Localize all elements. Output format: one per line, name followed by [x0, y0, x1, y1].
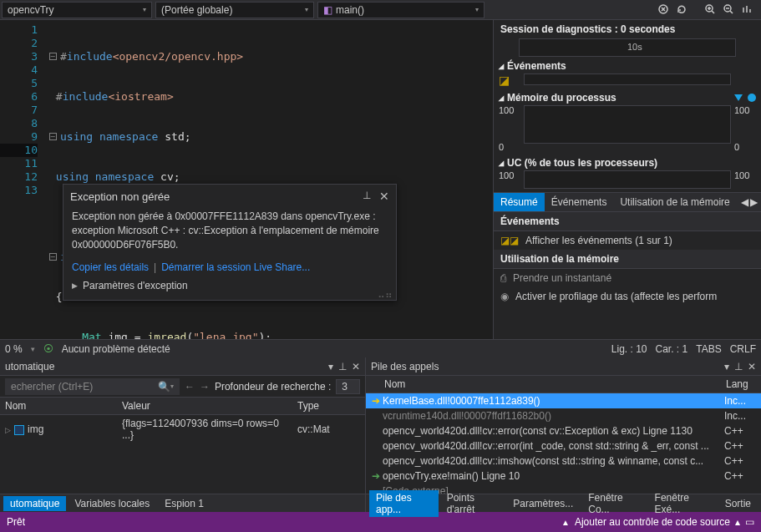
fold-icon[interactable]: [49, 253, 57, 261]
stack-frame[interactable]: ➔KernelBase.dll!00007ffe1112a839()Inc...: [366, 393, 761, 408]
context-function-label: main(): [336, 4, 364, 16]
chevron-down-icon[interactable]: ▾: [31, 345, 35, 353]
close-icon[interactable]: ✕: [352, 361, 360, 372]
pin-icon[interactable]: ⊥: [734, 361, 743, 372]
chevron-up-icon[interactable]: ▴: [735, 516, 740, 528]
pin-icon[interactable]: ⊥: [363, 190, 371, 203]
tab-autos[interactable]: utomatique: [3, 496, 66, 511]
close-icon[interactable]: ✕: [748, 361, 756, 372]
callstack-header: Nom Lang: [366, 376, 761, 393]
nav-fwd-icon[interactable]: →: [200, 381, 210, 393]
stack-frame[interactable]: opencv_world420d.dll!cv::error(const cv:…: [366, 423, 761, 438]
tab-events[interactable]: Événements: [545, 193, 614, 211]
close-icon[interactable]: ✕: [379, 190, 389, 203]
scroll-right-icon[interactable]: ▶: [750, 196, 758, 208]
tab-memory[interactable]: Utilisation de la mémoire: [613, 193, 736, 211]
copy-details-link[interactable]: Copier les détails: [72, 261, 149, 273]
tab-locals[interactable]: Variables locales: [68, 496, 156, 511]
table-row[interactable]: ▷img {flags=1124007936 dims=0 rows=0 ...…: [0, 415, 365, 443]
line-ending[interactable]: CRLF: [730, 343, 756, 355]
tab-window2[interactable]: Fenêtre Exé...: [648, 490, 717, 517]
record-icon[interactable]: [657, 3, 671, 17]
context-project-selector[interactable]: opencvTry▾: [2, 2, 152, 18]
cursor-col: Car. : 1: [656, 343, 688, 355]
zoom-out-icon[interactable]: [723, 3, 736, 17]
cpu-chart[interactable]: [524, 170, 731, 189]
diagnostics-panel: Session de diagnostics : 0 secondes 10s …: [493, 20, 761, 339]
context-function-selector[interactable]: ◧ main()▾: [317, 2, 485, 18]
show-events-link[interactable]: ◪◪Afficher les événements (1 sur 1): [494, 231, 761, 250]
frame-text: KernelBase.dll!00007ffe1112a839(): [383, 395, 724, 407]
ruler-tick: 10s: [627, 42, 642, 52]
dropdown-icon[interactable]: ▾: [724, 361, 729, 372]
marker-icon: [734, 94, 743, 101]
dropdown-icon[interactable]: ▾: [328, 361, 333, 372]
tab-params[interactable]: Paramètres...: [506, 496, 580, 511]
heap-icon: ◉: [500, 291, 509, 302]
check-icon: ⦿: [43, 343, 53, 355]
scroll-left-icon[interactable]: ◀: [741, 196, 748, 208]
heap-profiling-link[interactable]: ◉Activer le profilage du tas (affecte le…: [494, 287, 761, 306]
cpu-section-header[interactable]: ◢UC (% de tous les processeurs): [494, 155, 761, 170]
fold-icon[interactable]: [49, 53, 57, 60]
stack-frame[interactable]: ➔opencvTry.exe!main() Ligne 10C++: [366, 469, 761, 484]
events-section-header[interactable]: ◢Événements: [494, 58, 761, 73]
exception-settings-link[interactable]: Paramètres d'exception: [83, 280, 188, 291]
diag-session-label: Session de diagnostics : 0 secondes: [494, 20, 761, 35]
status-ready: Prêt: [7, 516, 25, 528]
tab-resume[interactable]: Résumé: [494, 193, 545, 211]
method-icon: ◧: [323, 4, 332, 16]
stack-frame[interactable]: opencv_world420d.dll!cv::error(int _code…: [366, 438, 761, 453]
tab-callstack[interactable]: Pile des app...: [369, 490, 439, 517]
nav-back-icon[interactable]: ←: [185, 381, 195, 393]
resize-grip-icon[interactable]: ⣀⣤: [378, 286, 393, 298]
tab-output[interactable]: Sortie: [718, 496, 758, 511]
events-marker: ◪: [499, 73, 520, 87]
tab-window1[interactable]: Fenêtre Co...: [581, 490, 646, 517]
tab-breakpoints[interactable]: Points d'arrêt: [440, 490, 505, 517]
events-chart[interactable]: [524, 73, 731, 85]
stack-frame[interactable]: opencv_world420d.dll!cv::imshow(const st…: [366, 453, 761, 469]
timeline-ruler[interactable]: 10s: [519, 38, 736, 57]
search-icon[interactable]: 🔍: [158, 381, 170, 393]
frame-lang: C++: [724, 455, 758, 467]
search-placeholder: echercher (Ctrl+E): [11, 381, 93, 393]
events-subheader: Événements: [494, 212, 761, 231]
callstack-panel: Pile des appels ▾⊥✕ Nom Lang ➔KernelBase…: [366, 357, 761, 512]
chevron-down-icon: ▾: [305, 6, 308, 13]
search-input[interactable]: echercher (Ctrl+E) 🔍▾: [5, 378, 180, 395]
stack-frame[interactable]: vcruntime140d.dll!00007ffdf11682b0()Inc.…: [366, 408, 761, 423]
code-editor[interactable]: 12345678910111213 #include<opencv2/openc…: [0, 20, 493, 339]
context-scope-label: (Portée globale): [161, 4, 232, 16]
cursor-line: Lig. : 10: [611, 343, 647, 355]
chevron-right-icon[interactable]: ▶: [72, 281, 78, 290]
chart-icon[interactable]: [741, 3, 754, 17]
expand-icon[interactable]: ▷: [5, 426, 11, 434]
editor-status-bar: 0 % ▾ ⦿ Aucun problème détecté Lig. : 10…: [0, 339, 761, 357]
autos-panel: utomatique ▾⊥✕ echercher (Ctrl+E) 🔍▾ ← →…: [0, 357, 366, 512]
series-dot-icon: [748, 94, 756, 102]
indent-mode[interactable]: TABS: [696, 343, 721, 355]
reset-icon[interactable]: [676, 3, 689, 17]
memory-subheader: Utilisation de la mémoire: [494, 250, 761, 269]
live-share-link[interactable]: Démarrer la session Live Share...: [161, 261, 310, 273]
vcs-link[interactable]: Ajouter au contrôle de code source: [575, 516, 730, 528]
chevron-down-icon: ▾: [475, 6, 479, 13]
zoom-level[interactable]: 0 %: [5, 343, 23, 355]
frame-text: opencv_world420d.dll!cv::error(const cv:…: [383, 425, 724, 437]
depth-selector[interactable]: 3: [336, 379, 360, 394]
pin-icon[interactable]: ⊥: [338, 361, 347, 372]
arrow-up-icon[interactable]: ▲: [561, 518, 570, 527]
frame-lang: C++: [724, 440, 758, 452]
exception-title: Exception non gérée: [70, 190, 170, 203]
context-scope-selector[interactable]: (Portée globale)▾: [155, 2, 314, 18]
fold-icon[interactable]: [49, 133, 57, 140]
zoom-in-icon[interactable]: [704, 3, 718, 17]
snapshot-link[interactable]: ⎙Prendre un instantané: [494, 269, 761, 287]
notification-icon[interactable]: ▭: [745, 516, 754, 528]
memory-chart[interactable]: [524, 105, 731, 144]
depth-label: Profondeur de recherche :: [215, 381, 331, 393]
tab-watch[interactable]: Espion 1: [158, 496, 211, 511]
context-project-label: opencvTry: [8, 4, 54, 16]
memory-section-header[interactable]: ◢Mémoire du processus: [494, 90, 761, 105]
